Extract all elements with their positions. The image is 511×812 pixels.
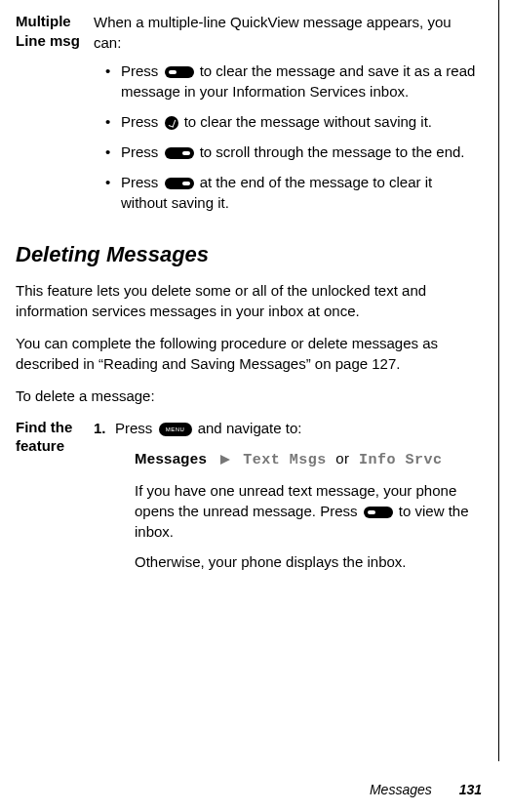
bullet-clear-nosave-end: Press to clear the message without savin… [105, 111, 482, 132]
right-softkey-icon [165, 147, 194, 159]
nav-arrow-icon [220, 455, 230, 465]
multiple-line-msg-content: When a multiple-line QuickView message a… [94, 12, 482, 223]
step-sub-2: Otherwise, your phone displays the inbox… [135, 551, 482, 572]
footer-section: Messages [370, 782, 432, 797]
page-footer: Messages 131 [370, 781, 482, 800]
nav-path: Messages Text Msgs or Info Srvc [135, 448, 482, 470]
find-feature-content: 1. Press MENU and navigate to: Messages … [94, 418, 482, 582]
find-feature-label: Find the feature [16, 418, 94, 582]
nav-messages: Messages [135, 450, 207, 467]
bullet-text: to scroll through the message to the end… [196, 143, 465, 160]
deleting-p3: To delete a message: [16, 386, 482, 406]
bullet-scroll: Press to scroll through the message to t… [105, 142, 482, 162]
bullet-text: Press [121, 62, 163, 79]
menu-key-icon: MENU [159, 423, 192, 436]
deleting-messages-heading: Deleting Messages [16, 240, 482, 270]
bullet-text: to clear the message without saving it. [180, 113, 432, 130]
multiple-line-msg-block: Multiple Line msg When a multiple-line Q… [16, 12, 482, 223]
footer-page-number: 131 [459, 782, 482, 797]
right-rule [498, 0, 499, 761]
bullet-clear-nosave-right: Press at the end of the message to clear… [105, 172, 482, 213]
multiple-line-msg-bullets: Press to clear the message and save it a… [94, 61, 482, 213]
left-softkey-icon [165, 66, 194, 78]
step-text: Press [115, 420, 157, 436]
end-key-icon [165, 116, 178, 130]
multiple-line-msg-intro: When a multiple-line QuickView message a… [94, 12, 482, 53]
bullet-text: Press [121, 113, 163, 130]
nav-info-srvc: Info Srvc [359, 452, 443, 468]
nav-or: or [335, 450, 349, 467]
left-softkey-icon [364, 507, 393, 518]
multiple-line-msg-label: Multiple Line msg [16, 12, 94, 223]
nav-text-msgs: Text Msgs [243, 452, 327, 468]
bullet-text: Press [121, 174, 163, 190]
bullet-text: Press [121, 143, 163, 160]
step-text: and navigate to: [194, 420, 302, 436]
find-feature-block: Find the feature 1. Press MENU and navig… [16, 418, 482, 582]
find-feature-steps: 1. Press MENU and navigate to: Messages … [94, 418, 482, 572]
deleting-p2: You can complete the following procedure… [16, 333, 482, 374]
step-number: 1. [94, 418, 106, 438]
deleting-p1: This feature lets you delete some or all… [16, 280, 482, 321]
step-1: 1. Press MENU and navigate to: Messages … [94, 418, 482, 572]
right-softkey-icon [165, 178, 194, 189]
step-sub-1: If you have one unread text message, you… [135, 480, 482, 542]
bullet-clear-save: Press to clear the message and save it a… [105, 61, 482, 102]
